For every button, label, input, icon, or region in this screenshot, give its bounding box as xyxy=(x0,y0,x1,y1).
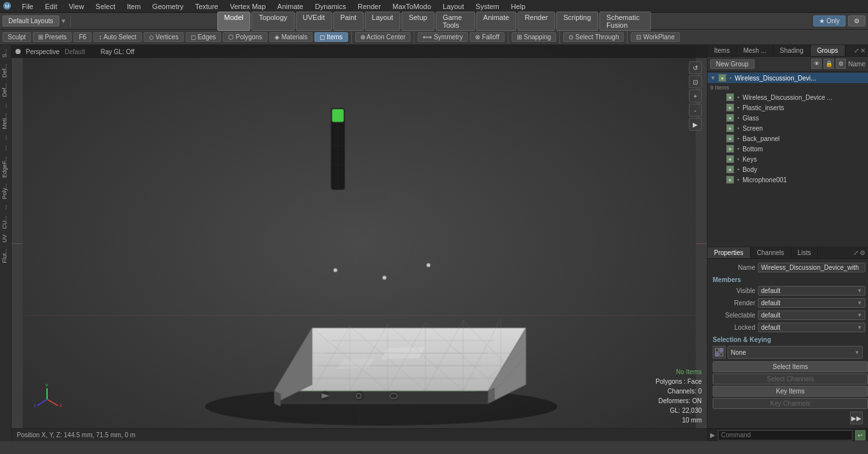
vp-menu-btn[interactable]: ▶ xyxy=(689,118,702,131)
center-tab-topology[interactable]: Topology xyxy=(252,12,294,31)
vp-zoom-out-btn[interactable]: - xyxy=(689,104,702,117)
tree-item-8[interactable]: ▶ ● ▪ Microphone001 xyxy=(708,175,868,185)
left-tab-12[interactable]: Flut... xyxy=(0,246,11,266)
menu-item-system[interactable]: System xyxy=(470,1,505,12)
left-tab-4[interactable]: Meti... xyxy=(0,111,11,132)
tb2-btn-sculpt[interactable]: Sculpt xyxy=(3,32,31,42)
select-items-btn[interactable]: Select Items xyxy=(713,361,868,372)
tab-groups[interactable]: Groups xyxy=(811,45,845,56)
tree-item-0[interactable]: ▶ ● ▪ Wireless_Discussion_Device ... xyxy=(708,92,868,102)
members-value-2[interactable]: default ▼ xyxy=(758,310,865,320)
left-tab-9[interactable]: ... xyxy=(0,202,11,213)
props-settings-btn[interactable]: ⚙ xyxy=(860,249,865,256)
left-tab-6[interactable]: ... xyxy=(0,143,11,153)
groups-icon-btn3[interactable]: ⚙ xyxy=(836,59,846,69)
vp-zoom-in-btn[interactable]: + xyxy=(689,90,702,102)
viewport[interactable]: Perspective Default Ray GL: Off xyxy=(12,45,707,441)
center-tab-setup[interactable]: Setup xyxy=(401,12,434,31)
left-tab-11[interactable]: UV xyxy=(0,232,11,245)
command-input[interactable] xyxy=(718,430,853,440)
name-input[interactable] xyxy=(758,263,865,272)
tree-vis-6[interactable]: ● xyxy=(726,155,734,163)
tree-vis-7[interactable]: ● xyxy=(726,166,734,173)
props-expand-btn[interactable]: ⤢ xyxy=(853,249,858,256)
members-value-0[interactable]: default ▼ xyxy=(758,286,865,296)
tree-vis-8[interactable]: ● xyxy=(726,176,734,184)
key-items-btn[interactable]: Key Items xyxy=(713,386,868,397)
tree-item-1[interactable]: ▶ ● ▪ Plastic_inserts xyxy=(708,102,868,113)
settings-button[interactable]: ⚙ xyxy=(848,15,865,26)
left-tab-7[interactable]: EdgeF... xyxy=(0,154,11,180)
tree-item-7[interactable]: ▶ ● ▪ Body xyxy=(708,164,868,175)
vp-rotate-btn[interactable]: ↺ xyxy=(689,61,702,74)
props-tab-properties[interactable]: Properties xyxy=(708,247,751,258)
left-tab-1[interactable]: Def... xyxy=(0,61,11,80)
tb2-btn-vertices[interactable]: ◇ Vertices xyxy=(144,32,184,42)
menu-item-texture[interactable]: Texture xyxy=(190,1,224,12)
center-tab-game-tools[interactable]: Game Tools xyxy=(436,12,475,31)
panel-close-btn[interactable]: ✕ xyxy=(860,47,865,54)
tab-items[interactable]: Items xyxy=(708,45,737,56)
menu-item-file[interactable]: File xyxy=(17,1,39,12)
star-only-button[interactable]: ★ Only xyxy=(813,15,845,26)
sk-none-value[interactable]: None ▼ xyxy=(728,346,863,359)
tree-item-3[interactable]: ▶ ● ▪ Screen xyxy=(708,123,868,133)
tree-item-4[interactable]: ▶ ● ▪ Back_pannel xyxy=(708,133,868,144)
tb2-btn-symmetry[interactable]: ⟺ Symmetry xyxy=(418,32,468,42)
menu-item-geometry[interactable]: Geometry xyxy=(147,1,188,12)
members-value-3[interactable]: default ▼ xyxy=(758,323,865,332)
tree-vis-1[interactable]: ● xyxy=(726,104,734,111)
tb2-btn-snapping[interactable]: ⊞ Snapping xyxy=(512,32,556,42)
left-tab-2[interactable]: Def... xyxy=(0,80,11,100)
cmd-arrow-btn[interactable]: ▶ xyxy=(710,431,715,439)
new-group-button[interactable]: New Group xyxy=(710,59,755,69)
menu-item-help[interactable]: Help xyxy=(506,1,531,12)
menu-item-select[interactable]: Select xyxy=(90,1,121,12)
layout-button[interactable]: Default Layouts xyxy=(3,15,59,26)
tb2-btn-workplane[interactable]: ⊡ WorkPlane xyxy=(631,32,680,42)
model-viewport[interactable] xyxy=(12,45,707,441)
vp-frame-btn[interactable]: ⊡ xyxy=(689,75,702,88)
center-tab-uvedit[interactable]: UVEdit xyxy=(296,12,332,31)
center-tab-animate[interactable]: Animate xyxy=(476,12,516,31)
menu-item-animate[interactable]: Animate xyxy=(272,1,308,12)
menu-item-dynamics[interactable]: Dynamics xyxy=(310,1,351,12)
tab-shading[interactable]: Shading xyxy=(773,45,811,56)
left-tab-3[interactable]: ... xyxy=(0,100,11,111)
tree-item-5[interactable]: ▶ ● ▪ Bottom xyxy=(708,144,868,154)
tb2-btn-f6[interactable]: F6 xyxy=(73,32,92,42)
tree-vis-root[interactable]: ● xyxy=(719,74,726,82)
groups-icon-btn1[interactable]: 👁 xyxy=(811,59,822,69)
tb2-btn-edges[interactable]: ◻ Edges xyxy=(186,32,221,42)
key-channels-btn[interactable]: Key Channels xyxy=(713,398,868,409)
tb2-btn-presets[interactable]: ⊞ Presets xyxy=(33,32,72,42)
menu-item-edit[interactable]: Edit xyxy=(40,1,63,12)
center-tab-schematic-fusion[interactable]: Schematic Fusion xyxy=(599,12,651,31)
tree-vis-5[interactable]: ● xyxy=(726,145,734,153)
tab-mesh[interactable]: Mesh ... xyxy=(737,45,773,56)
center-tab-layout[interactable]: Layout xyxy=(365,12,400,31)
left-tab-0[interactable]: S... xyxy=(0,46,11,61)
left-tab-8[interactable]: Poly... xyxy=(0,181,11,202)
center-tab-model[interactable]: Model xyxy=(217,12,251,31)
menu-item-render[interactable]: Render xyxy=(352,1,386,12)
tb2-btn-falloff[interactable]: ⊗ Falloff xyxy=(470,32,505,42)
tree-item-6[interactable]: ▶ ● ▪ Keys xyxy=(708,154,868,164)
props-tab-lists[interactable]: Lists xyxy=(791,247,818,258)
props-tab-channels[interactable]: Channels xyxy=(751,247,791,258)
menu-item-vertex map[interactable]: Vertex Map xyxy=(225,1,271,12)
tb2-btn-materials[interactable]: ◈ Materials xyxy=(269,32,313,42)
members-value-1[interactable]: default ▼ xyxy=(758,298,865,308)
navigate-btn[interactable]: ▶▶ xyxy=(850,411,863,424)
menu-item-layout[interactable]: Layout xyxy=(438,1,469,12)
left-tab-5[interactable]: ... xyxy=(0,133,11,143)
center-tab-render[interactable]: Render xyxy=(517,12,555,31)
panel-expand-btn[interactable]: ⤢ xyxy=(854,47,859,54)
tree-vis-2[interactable]: ● xyxy=(726,114,734,122)
tree-vis-3[interactable]: ● xyxy=(726,124,734,132)
menu-item-item[interactable]: Item xyxy=(122,1,146,12)
tree-item-2[interactable]: ▶ ● ▪ Glass xyxy=(708,113,868,123)
center-tab-paint[interactable]: Paint xyxy=(333,12,363,31)
center-tab-scripting[interactable]: Scripting xyxy=(556,12,598,31)
tb2-btn-autoselect[interactable]: ↕ Auto Select xyxy=(93,32,141,42)
